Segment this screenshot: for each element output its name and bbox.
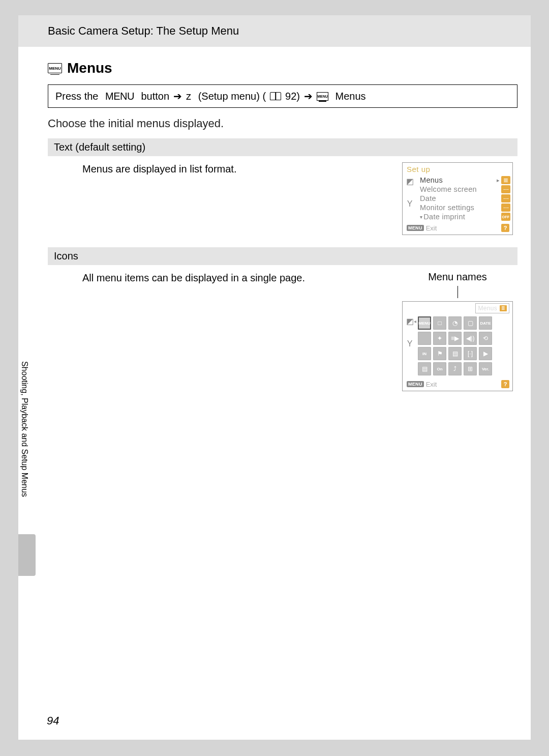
setting-description: Menus are displayed in list format. bbox=[82, 162, 387, 175]
grid-icon: ≡▶ bbox=[448, 332, 462, 345]
lcd-row-menus: Menus ▸ bbox=[418, 176, 512, 185]
preview-column: Set up ◩ Y Menus ▸ bbox=[398, 162, 517, 235]
grid-icon: ⟲ bbox=[479, 332, 492, 345]
grid-icon: Ver. bbox=[479, 362, 492, 375]
wrench-icon: Y bbox=[407, 340, 413, 348]
preview-caption: Menu names bbox=[428, 271, 487, 283]
setting-heading-text: Text (default setting) bbox=[48, 138, 517, 156]
grid-icon-menu: MENU bbox=[418, 316, 431, 330]
grid-icon: □ bbox=[433, 316, 446, 330]
grid-icon: ◔ bbox=[448, 316, 462, 330]
grid-icon: On bbox=[433, 362, 446, 375]
nav-text: Press the bbox=[55, 91, 98, 102]
dash-badge-icon bbox=[501, 203, 510, 212]
page-number: 94 bbox=[47, 714, 59, 728]
grid-icon: ⚑ bbox=[433, 347, 446, 360]
nav-tail: Menus bbox=[336, 91, 366, 102]
lcd-footer: MENU Exit ? bbox=[403, 379, 512, 391]
grid-icon: ◀)) bbox=[464, 332, 477, 345]
section-title: Menus bbox=[67, 60, 112, 76]
z-glyph: z bbox=[186, 91, 191, 102]
lcd-row-monitor: Monitor settings bbox=[418, 203, 512, 212]
lcd-exit-label: MENU Exit bbox=[407, 381, 437, 388]
setting-body-text: Menus are displayed in list format. Set … bbox=[48, 162, 517, 235]
setting-description: All menu items can be displayed in a sin… bbox=[82, 271, 387, 284]
lcd-exit-label: MENU Exit bbox=[407, 224, 437, 232]
grid-icon: DATE bbox=[479, 316, 492, 330]
grid-icon: ✦ bbox=[433, 332, 446, 345]
side-thumb-tab bbox=[18, 534, 36, 576]
grid-icon: ▢ bbox=[464, 316, 477, 330]
wrench-icon: Y bbox=[407, 200, 413, 208]
lcd-icon-header: Menus bbox=[403, 302, 512, 314]
lcd-footer: MENU Exit ? bbox=[403, 222, 512, 235]
grid-icon: ▤ bbox=[448, 347, 462, 360]
side-section-label: Shooting, Playback and Setup Menus bbox=[20, 361, 29, 497]
arrow-right-icon: ➔ bbox=[304, 90, 313, 102]
section-intro: Choose the initial menus displayed. bbox=[48, 117, 517, 130]
preview-column: Menu names Menus ◩ Y bbox=[398, 271, 517, 391]
nav-page-ref: 92) bbox=[285, 91, 300, 102]
arrow-right-icon: ➔ bbox=[173, 90, 182, 102]
dash-badge-icon bbox=[501, 194, 510, 202]
lcd-row-welcome: Welcome screen bbox=[418, 185, 512, 194]
nav-text: button bbox=[141, 91, 170, 102]
page-content: MENU Menus Press the MENU button ➔ z (Se… bbox=[18, 47, 531, 391]
leader-line bbox=[458, 286, 458, 298]
menu-glyph-icon: MENU bbox=[48, 63, 62, 73]
list-badge-icon bbox=[501, 176, 510, 184]
lcd-header: Set up bbox=[403, 163, 512, 175]
breadcrumb-path: Press the MENU button ➔ z (Setup menu) (… bbox=[48, 84, 517, 108]
lcd-icon-header-box: Menus bbox=[475, 303, 509, 313]
lcd-preview-list: Set up ◩ Y Menus ▸ bbox=[402, 162, 513, 235]
grid-icon: ⤴ bbox=[448, 362, 462, 375]
lcd-side-tabs: ◩ Y bbox=[403, 175, 417, 222]
grid-icon: ⊞ bbox=[464, 362, 477, 375]
list-badge-icon bbox=[500, 305, 507, 311]
lcd-row-date: Date bbox=[418, 194, 512, 203]
lcd-body: ◩ Y MENU □ ◔ ▢ DATE ✦ ≡▶ ◀)) bbox=[403, 314, 512, 379]
camera-icon: ◩ bbox=[406, 317, 414, 326]
menu-glyph-icon: MENU bbox=[317, 92, 328, 101]
off-badge-icon bbox=[501, 213, 510, 221]
manual-page: Basic Camera Setup: The Setup Menu MENU … bbox=[18, 15, 531, 740]
section-title-row: MENU Menus bbox=[48, 60, 517, 76]
dash-badge-icon bbox=[501, 185, 510, 193]
menu-button-label: MENU bbox=[105, 91, 134, 102]
lcd-icon-grid: MENU □ ◔ ▢ DATE ✦ ≡▶ ◀)) ⟲ IN ⚑ bbox=[417, 314, 512, 379]
help-icon: ? bbox=[501, 380, 509, 388]
lcd-menu-list: Menus ▸ Welcome screen Date bbox=[417, 175, 512, 222]
setting-body-icons: All menu items can be displayed in a sin… bbox=[48, 271, 517, 391]
caret-down-icon: ▾ bbox=[420, 214, 422, 220]
setting-heading-icons: Icons bbox=[48, 247, 517, 265]
lcd-preview-icons: Menus ◩ Y MENU □ ◔ ▢ bbox=[402, 301, 513, 391]
grid-icon: ▶ bbox=[479, 347, 492, 360]
camera-icon: ◩ bbox=[406, 178, 414, 186]
page-header: Basic Camera Setup: The Setup Menu bbox=[18, 15, 531, 47]
lcd-row-dateimprint: ▾ Date imprint bbox=[418, 212, 512, 221]
grid-icon: ▤ bbox=[418, 362, 431, 375]
grid-icon: IN bbox=[418, 347, 431, 360]
lcd-side-tabs: ◩ Y bbox=[403, 314, 417, 379]
grid-icon: [·] bbox=[464, 347, 477, 360]
page-header-title: Basic Camera Setup: The Setup Menu bbox=[48, 24, 239, 37]
book-icon bbox=[270, 92, 281, 100]
lcd-body: ◩ Y Menus ▸ Welcome screen bbox=[403, 175, 512, 222]
grid-icon bbox=[418, 332, 431, 345]
help-icon: ? bbox=[501, 224, 509, 232]
nav-text: (Setup menu) ( bbox=[198, 91, 266, 102]
caret-right-icon: ▸ bbox=[497, 177, 500, 184]
